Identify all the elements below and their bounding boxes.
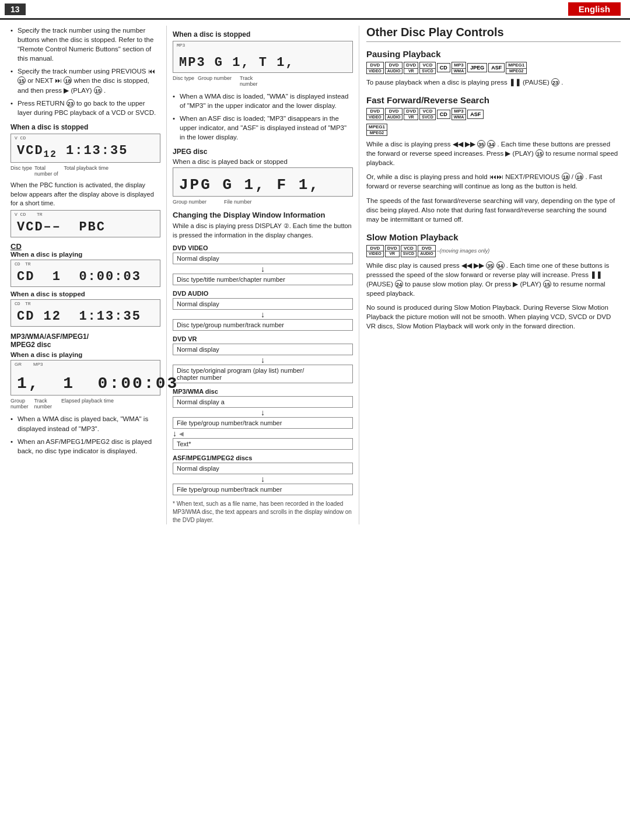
dvd-video-arrow: ↓ [173,265,353,273]
bullet-3: Press RETURN 23 to go back to the upper … [10,99,160,117]
mid-column: When a disc is stopped MP3 MP3 G 1, T 1,… [166,26,359,524]
pausing-badges: DVDVIDEO DVDAUDIO DVDVR VCDSVCD CD MP3WM… [366,62,621,74]
bullet-2: Specify the track number using PREVIOUS … [10,66,160,94]
pbc-display-text: VCD–– PBC [17,220,154,235]
asf-normal: Normal display [173,463,353,474]
badge-mp3-wma: MP3WMA [452,62,467,74]
pbc-display: V CD TR VCD–– PBC [10,210,160,237]
dvd-audio-normal: Normal display [173,298,353,310]
jpeg-caption: Group number File number [173,199,353,205]
cd-stopped-heading: When a disc is stopped [10,290,160,298]
mp3-stopped-text: MP3 G 1, T 1, [179,55,346,70]
mp3-section: MP3/WMA/ASF/MPEG1/MPEG2 disc When a disc… [10,332,160,410]
cd-label: CD [15,261,20,267]
jpeg-display-text: JPG G 1, F 1, [179,176,346,194]
fast-forward-badges: DVDVIDEO DVDAUDIO DVDVR VCDSVCD CD MP3WM… [366,108,621,120]
mp3-stopped-label: MP3 [177,43,185,48]
mp3-wma-text: Text* [173,438,353,450]
dvd-video-disc-type: Disc type/title number/chapter number [173,274,353,285]
badge-asf: ASF [488,63,505,72]
pbc-tr-label: TR [37,212,43,217]
dvd-video-block: DVD VIDEO Normal display ↓ Disc type/tit… [173,244,353,285]
jpeg-section: JPEG disc When a disc is played back or … [173,148,353,205]
vcd-disc-label: V CD [15,135,26,141]
mp3-wma-file-type: File type/group number/track number [173,417,353,429]
sm-desc-1: While disc play is caused press ◀◀ ▶▶ 35… [366,261,621,298]
page-header: 13 English [0,0,630,20]
mp3-stopped-caption: Disc type Group number Tracknumber [173,75,353,87]
cd-playing-heading: When a disc is playing [10,251,160,258]
ff-badge-mp3-wma: MP3WMA [452,108,467,120]
dvd-video-title: DVD VIDEO [173,244,353,251]
asf-block: ASF/MPEG1/MPEG2 discs Normal display ↓ F… [173,454,353,495]
sm-desc-2: No sound is produced during Slow Motion … [366,303,621,331]
sm-badge-dvd-audio: DVDAUDIO [418,245,436,257]
ff-badges-2: MPEG1MPEG2 [366,124,621,136]
dvd-audio-disc-type: Disc type/group number/track number [173,319,353,331]
changing-display-heading: Changing the Display Window Information [173,211,353,219]
mp3-section-heading: MP3/WMA/ASF/MPEG1/MPEG2 disc [10,332,160,349]
mid-stopped-heading: When a disc is stopped [173,30,353,38]
vcd-stopped-text: VCD12 1:13:35 [17,144,154,160]
ff-badge-dvd-video: DVDVIDEO [366,108,384,120]
ff-badge-asf: ASF [467,110,484,119]
mp3-gr-label: GR [15,362,22,367]
dvd-vr-block: DVD VR Normal display ↓ Disc type/origin… [173,335,353,383]
dvd-audio-title: DVD AUDIO [173,290,353,297]
mp3-wma-normal: Normal display a [173,396,353,408]
mp3-stopped-display: MP3 MP3 G 1, T 1, [173,41,353,73]
pbc-note: When the PBC function is activated, the … [10,181,160,208]
dvd-audio-block: DVD AUDIO Normal display ↓ Disc type/gro… [173,290,353,331]
dvd-audio-arrow: ↓ [173,310,353,318]
cd-playing-display: CD TR CD 1 0:00:03 [10,260,160,287]
page-number: 13 [5,4,26,15]
cd-stopped-label: CD [15,301,20,306]
mp3-bullet-1: When a WMA disc is played back, "WMA" is… [10,414,160,433]
dvd-vr-arrow: ↓ [173,356,353,364]
jpeg-heading: JPEG disc [173,148,353,156]
ff-desc-2: Or, while a disc is playing press and ho… [366,172,621,191]
cd-playing-text: CD 1 0:00:03 [17,270,154,284]
ff-badge-mpeg1-mpeg2: MPEG1MPEG2 [366,124,387,136]
ff-badge-vcd-svcd: VCDSVCD [419,108,435,120]
slow-motion-section: Slow Motion Playback DVDVIDEO DVDVR VCDS… [366,232,621,331]
vcd-stopped-display: V CD VCD12 1:13:35 [10,134,160,163]
badge-mpeg1-mpeg2: MPEG1MPEG2 [506,62,527,74]
cd-stopped-text: CD 12 1:13:35 [17,309,154,324]
badge-dvd-audio: DVDAUDIO [385,62,403,74]
cd-heading: CD [10,242,160,251]
when-stopped-heading-1: When a disc is stopped [10,123,160,131]
fast-forward-section: Fast Forward/Reverse Search DVDVIDEO DVD… [366,95,621,224]
sm-badge-dvd-video: DVDVIDEO [366,245,384,257]
sm-badge-dvd-vr: DVDVR [385,245,400,257]
changing-display-desc: While a disc is playing press DISPLAY ②.… [173,222,353,240]
fast-forward-title: Fast Forward/Reverse Search [366,95,621,105]
wma-bullet-1: When a WMA disc is loaded, "WMA" is disp… [173,92,353,110]
sm-badge-vcd-svcd: VCDSVCD [401,245,416,257]
dvd-vr-title: DVD VR [173,335,353,342]
mp3-playing-caption: Groupnumber Tracknumber Elapsed playback… [10,398,160,410]
ff-badge-dvd-audio: DVDAUDIO [385,108,403,120]
badge-dvd-vr: DVDVR [404,62,418,74]
bullet-1: Specify the track number using the numbe… [10,26,160,63]
cd-tr-label: TR [25,261,31,267]
mp3-bullet-2: When an ASF/MPEG1/MPEG2 disc is played b… [10,437,160,456]
dvd-vr-normal: Normal display [173,344,353,355]
cd-stopped-tr-label: TR [25,301,31,306]
ff-badge-dvd-vr: DVDVR [404,108,418,120]
vcd-stopped-caption: Disc type Totalnumber of Total playback … [10,165,160,177]
asf-arrow: ↓ [173,475,353,483]
mp3-wma-title: MP3/WMA disc [173,388,353,395]
mp3-playing-heading: When a disc is playing [10,351,160,358]
slow-motion-title: Slow Motion Playback [366,232,621,242]
pausing-title: Pausing Playback [366,49,621,59]
mp3-playing-text: 1, 1 0:00:03 [17,374,154,393]
badge-vcd-svcd: VCDSVCD [419,62,435,74]
footnote: * When text, such as a file name, has be… [173,500,353,524]
asf-file-type: File type/group number/track number [173,484,353,495]
pbc-vcd-label: V CD [15,212,26,217]
badge-jpeg: JPEG [467,63,487,72]
ff-badge-cd: CD [437,110,450,119]
mid-wma-bullets: When a WMA disc is loaded, "WMA" is disp… [173,92,353,142]
language-label: English [568,2,621,16]
